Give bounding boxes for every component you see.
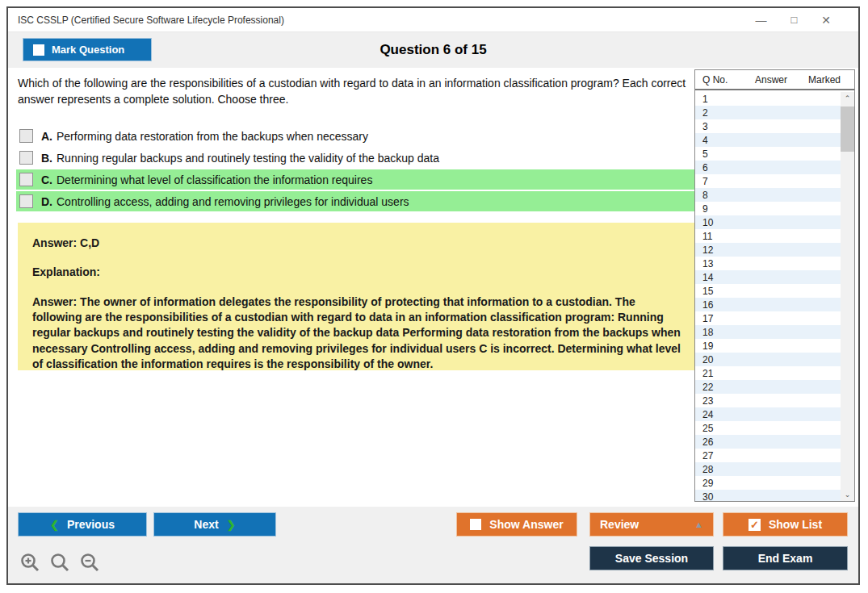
question-number: 18 [695, 327, 713, 338]
scrollbar-thumb[interactable] [841, 106, 854, 152]
show-list-button[interactable]: ✓ Show List [723, 512, 848, 537]
question-list-row[interactable]: 19 [695, 339, 841, 353]
review-label: Review [600, 518, 639, 531]
end-exam-button[interactable]: End Exam [723, 546, 848, 570]
question-number: 23 [695, 395, 713, 407]
question-list-row[interactable]: 20 [695, 353, 841, 366]
explanation-body: Answer: The owner of information delegat… [32, 294, 681, 373]
option-checkbox[interactable] [19, 194, 33, 208]
question-list-row[interactable]: 4 [695, 133, 841, 147]
option-b[interactable]: B.Running regular backups and routinely … [16, 148, 696, 168]
scroll-down-icon[interactable]: ⌄ [841, 488, 854, 501]
question-list-row[interactable]: 6 [695, 161, 841, 174]
question-list-header: Q No. Answer Marked [695, 70, 854, 90]
chevron-right-icon: ❯ [227, 519, 236, 531]
scroll-up-icon[interactable]: ⌃ [841, 92, 854, 105]
option-letter: A. [41, 130, 52, 143]
save-session-button[interactable]: Save Session [589, 546, 714, 570]
column-answer: Answer [742, 74, 800, 86]
question-list-row[interactable]: 22 [695, 380, 841, 394]
question-list-row[interactable]: 28 [695, 462, 841, 476]
question-number: 24 [695, 409, 713, 420]
option-checkbox[interactable] [19, 173, 33, 186]
option-text: Controlling access, adding and removing … [57, 195, 409, 208]
question-number: 2 [695, 107, 708, 119]
maximize-icon[interactable]: □ [790, 15, 797, 25]
show-list-label: Show List [769, 518, 822, 531]
previous-button[interactable]: ❮ Previous [18, 512, 147, 537]
next-button[interactable]: Next ❯ [153, 512, 276, 537]
question-list-row[interactable]: 1 [695, 92, 841, 106]
question-list-row[interactable]: 13 [695, 257, 841, 270]
mark-question-button[interactable]: Mark Question [23, 38, 152, 61]
question-number: 1 [695, 94, 708, 105]
option-d[interactable]: D.Controlling access, adding and removin… [16, 191, 696, 211]
window-body: Which of the following are the responsib… [8, 68, 858, 583]
question-list-scrollbar[interactable]: ⌃ ⌄ [841, 92, 854, 501]
zoom-in-icon[interactable] [19, 552, 41, 574]
question-list-row[interactable]: 12 [695, 243, 841, 257]
option-c[interactable]: C.Determining what level of classificati… [16, 169, 696, 190]
show-list-checkbox[interactable]: ✓ [748, 519, 761, 531]
question-list-row[interactable]: 29 [695, 476, 841, 490]
question-list-row[interactable]: 5 [695, 147, 841, 161]
question-list-row[interactable]: 16 [695, 298, 841, 311]
question-list-row[interactable]: 18 [695, 325, 841, 339]
mark-question-checkbox[interactable] [33, 44, 44, 56]
question-list-row[interactable]: 25 [695, 421, 841, 435]
question-list-row[interactable]: 17 [695, 311, 841, 325]
question-list-row[interactable]: 3 [695, 119, 841, 133]
question-number: 20 [695, 354, 713, 365]
question-list-row[interactable]: 10 [695, 215, 841, 229]
show-answer-checkbox[interactable] [470, 519, 481, 530]
chevron-left-icon: ❮ [50, 519, 59, 531]
question-number: 22 [695, 382, 713, 393]
explanation-box: Answer: C,D Explanation: Answer: The own… [18, 223, 696, 370]
show-answer-button[interactable]: Show Answer [456, 512, 577, 537]
question-list-row[interactable]: 23 [695, 394, 841, 407]
next-label: Next [194, 518, 218, 531]
question-number: 15 [695, 286, 713, 297]
question-list-row[interactable]: 2 [695, 106, 841, 119]
zoom-reset-icon[interactable] [49, 552, 71, 574]
question-number: 5 [695, 148, 708, 160]
option-text: Determining what level of classification… [57, 173, 372, 186]
question-list-row[interactable]: 8 [695, 188, 841, 202]
end-exam-label: End Exam [758, 552, 813, 565]
option-letter: B. [41, 152, 52, 165]
review-dropdown-button[interactable]: Review ▲ [589, 512, 714, 537]
option-text: Running regular backups and routinely te… [57, 152, 439, 165]
option-a[interactable]: A.Performing data restoration from the b… [16, 126, 696, 146]
question-number: 26 [695, 436, 713, 448]
zoom-out-icon[interactable] [79, 552, 101, 574]
question-list-row[interactable]: 27 [695, 449, 841, 462]
question-number: 27 [695, 450, 713, 461]
question-number: 10 [695, 217, 713, 228]
option-checkbox[interactable] [19, 151, 33, 165]
window-title: ISC CSSLP (Certified Secure Software Lif… [8, 15, 284, 26]
question-list-row[interactable]: 11 [695, 229, 841, 243]
option-letter: C. [41, 173, 52, 186]
question-list-row[interactable]: 9 [695, 202, 841, 215]
question-number: 14 [695, 272, 713, 283]
question-number: 19 [695, 340, 713, 352]
title-bar: ISC CSSLP (Certified Secure Software Lif… [8, 8, 858, 32]
question-list-row[interactable]: 30 [695, 490, 841, 501]
question-list-row[interactable]: 26 [695, 435, 841, 449]
question-list-row[interactable]: 15 [695, 284, 841, 298]
option-letter: D. [41, 195, 52, 208]
question-list-row[interactable]: 14 [695, 270, 841, 284]
question-number: 4 [695, 135, 708, 146]
minimize-icon[interactable]: — [755, 15, 766, 26]
option-text: Performing data restoration from the bac… [57, 130, 368, 143]
question-number: 21 [695, 368, 713, 379]
question-list-row[interactable]: 7 [695, 174, 841, 188]
option-checkbox[interactable] [19, 129, 33, 143]
column-marked: Marked [800, 74, 849, 86]
question-list-row[interactable]: 24 [695, 407, 841, 421]
question-list-panel: Q No. Answer Marked 12345678910111213141… [694, 69, 855, 502]
question-list-row[interactable]: 21 [695, 366, 841, 380]
question-number: 25 [695, 423, 713, 434]
close-icon[interactable]: ✕ [821, 15, 831, 26]
app-window: ISC CSSLP (Certified Secure Software Lif… [6, 6, 860, 585]
